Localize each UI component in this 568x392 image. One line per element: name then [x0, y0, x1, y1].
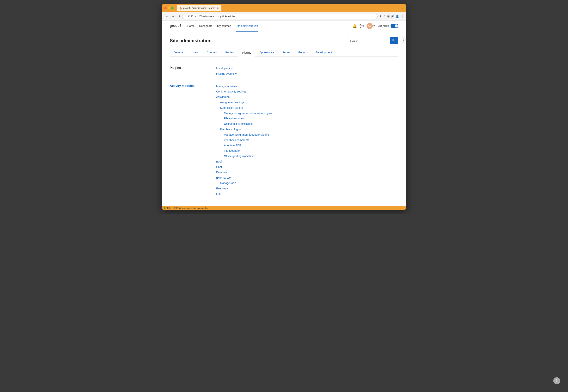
search-button[interactable]: 🔍 — [390, 37, 398, 44]
chevron-down-icon: ▾ — [374, 24, 375, 27]
nav-bar: ← → ↺ ⚠ 34.201.41.202/admin/search.php#l… — [162, 12, 406, 21]
nav-link-dashboard[interactable]: Dashboard — [199, 24, 212, 28]
site-nav: group6 Home Dashboard My courses Site ad… — [162, 21, 406, 31]
bookmark-icon[interactable]: ☆ — [383, 15, 386, 18]
toggle-switch[interactable] — [390, 24, 398, 28]
profile-icon[interactable]: 👤 — [396, 15, 399, 18]
address-text: 34.201.41.202/admin/search.php#linkmodul… — [188, 15, 235, 18]
tab-appearance[interactable]: Appearance — [255, 49, 278, 56]
reload-button[interactable]: ↺ — [177, 14, 181, 19]
minimize-button[interactable] — [168, 7, 170, 9]
tab-bar: 🏫 group6: Administration: Search ✕ + — [177, 5, 400, 11]
plugins-section: Plugins Install plugins Plugins overview — [170, 62, 398, 80]
submission-plugins-link[interactable]: Submission plugins — [216, 106, 272, 110]
page-wrapper: group6 Home Dashboard My courses Site ad… — [162, 21, 406, 210]
file-feedback-link[interactable]: File feedback — [216, 149, 272, 153]
online-text-submissions-link[interactable]: Online text submissions — [216, 122, 272, 126]
back-button[interactable]: ← — [164, 14, 169, 19]
close-button[interactable] — [164, 7, 167, 9]
browser-window: 🏫 group6: Administration: Search ✕ + ∨ ←… — [162, 4, 406, 210]
site-logo: group6 — [170, 24, 181, 28]
chat-link[interactable]: Chat — [216, 165, 272, 169]
title-bar-chevron: ∨ — [401, 6, 404, 10]
status-bar: 34.201.41.202/admin/search.php#linkmodul… — [162, 206, 406, 210]
page-title-row: Site administration 🔍 — [170, 37, 398, 44]
tab-grades[interactable]: Grades — [221, 49, 238, 56]
feedback-plugins-link[interactable]: Feedback plugins — [216, 127, 272, 132]
main-content: ‹ Site administration 🔍 General Users Co… — [162, 31, 406, 206]
tab-development[interactable]: Development — [312, 49, 336, 56]
file-submissions-link[interactable]: File submissions — [216, 116, 272, 121]
tab-general[interactable]: General — [170, 49, 188, 56]
edit-mode-label: Edit mode — [378, 24, 389, 27]
tab-users[interactable]: Users — [188, 49, 203, 56]
tab-close-icon[interactable]: ✕ — [217, 7, 219, 10]
assignment-link[interactable]: Assignment — [216, 95, 272, 99]
plugins-links: Install plugins Plugins overview — [216, 66, 237, 76]
tab-plugins[interactable]: Plugins — [238, 49, 255, 56]
nav-link-home[interactable]: Home — [187, 24, 194, 28]
share-icon[interactable]: ⬆ — [379, 15, 382, 18]
manage-activities-link[interactable]: Manage activities — [216, 84, 272, 89]
activity-modules-section: Activity modules Manage activities Commo… — [170, 80, 398, 200]
plugins-section-title: Plugins — [170, 66, 209, 76]
install-plugins-link[interactable]: Install plugins — [216, 66, 237, 71]
traffic-lights — [164, 7, 174, 9]
tab-courses[interactable]: Courses — [203, 49, 221, 56]
search-input[interactable] — [347, 38, 390, 44]
site-nav-right: 🔔 💬 AU ▾ Edit mode — [353, 23, 398, 29]
file-link[interactable]: File — [216, 192, 272, 196]
search-box: 🔍 — [347, 37, 398, 44]
messages-icon[interactable]: 💬 — [359, 24, 364, 28]
site-nav-links: Home Dashboard My courses Site administr… — [187, 24, 258, 28]
nav-link-siteadmin[interactable]: Site administration — [236, 24, 258, 31]
forward-button[interactable]: → — [170, 14, 175, 19]
assignment-settings-link[interactable]: Assignment settings — [216, 100, 272, 105]
menu-icon[interactable]: ⋮ — [401, 15, 404, 18]
feedback-link[interactable]: Feedback — [216, 186, 272, 191]
tab-reports[interactable]: Reports — [294, 49, 312, 56]
external-tool-link[interactable]: External tool — [216, 175, 272, 180]
feedback-comments-link[interactable]: Feedback comments — [216, 138, 272, 143]
offline-grading-link[interactable]: Offline grading worksheet — [216, 154, 272, 159]
nav-icons-right: ⬆ ☆ ⊞ ▣ 👤 ⋮ — [379, 15, 404, 18]
tab-title: group6: Administration: Search — [183, 7, 215, 10]
new-tab-button[interactable]: + — [222, 6, 227, 10]
plugins-overview-link[interactable]: Plugins overview — [216, 71, 237, 76]
user-menu[interactable]: AU ▾ — [367, 23, 375, 29]
database-link[interactable]: Database — [216, 170, 272, 175]
security-icon: ⚠ — [184, 15, 186, 18]
activity-modules-links: Manage activities Common activity settin… — [216, 84, 272, 196]
notifications-icon[interactable]: 🔔 — [353, 24, 357, 28]
tab-favicon: 🏫 — [179, 7, 182, 10]
maximize-button[interactable] — [171, 7, 174, 9]
avatar: AU — [367, 23, 373, 29]
manage-tools-link[interactable]: Manage tools — [216, 181, 272, 185]
browser-tab[interactable]: 🏫 group6: Administration: Search ✕ — [177, 5, 222, 11]
tab-grid-icon[interactable]: ⊞ — [387, 15, 390, 18]
edit-mode-toggle[interactable]: Edit mode — [378, 24, 398, 28]
nav-link-mycourses[interactable]: My courses — [217, 24, 231, 28]
manage-submission-plugins-link[interactable]: Manage assignment submission plugins — [216, 111, 272, 116]
sidebar-toggle[interactable]: ‹ — [401, 37, 406, 42]
common-activity-settings-link[interactable]: Common activity settings — [216, 89, 272, 94]
admin-tabs: General Users Courses Grades Plugins App… — [170, 49, 398, 56]
manage-feedback-plugins-link[interactable]: Manage assignment feedback plugins — [216, 133, 272, 137]
page-title: Site administration — [170, 38, 211, 43]
sidebar-icon[interactable]: ▣ — [391, 15, 394, 18]
address-bar[interactable]: ⚠ 34.201.41.202/admin/search.php#linkmod… — [182, 14, 378, 19]
tab-server[interactable]: Server — [278, 49, 294, 56]
book-link[interactable]: Book — [216, 159, 272, 164]
activity-modules-title: Activity modules — [170, 84, 209, 196]
annotate-pdf-link[interactable]: Annotate PDF — [216, 143, 272, 148]
title-bar: 🏫 group6: Administration: Search ✕ + ∨ — [162, 4, 406, 12]
